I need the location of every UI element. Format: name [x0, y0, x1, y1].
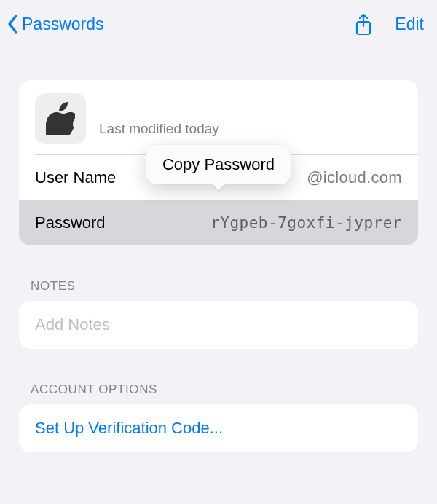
username-label: User Name	[35, 168, 151, 187]
site-icon	[35, 93, 86, 144]
setup-verification-code-button[interactable]: Set Up Verification Code...	[19, 404, 418, 452]
nav-bar: Passwords Edit	[0, 0, 437, 48]
notes-card: Add Notes	[19, 301, 418, 349]
last-modified: Last modified today	[99, 121, 219, 137]
password-row[interactable]: Password rYgpeb-7goxfi-jyprer	[19, 200, 418, 245]
copy-password-popover[interactable]: Copy Password	[146, 145, 291, 184]
nav-actions: Edit	[354, 13, 424, 35]
card-header: Last modified today	[19, 80, 418, 154]
credential-card: Last modified today User Name @icloud.co…	[19, 80, 418, 245]
share-button[interactable]	[354, 13, 374, 35]
copy-password-label: Copy Password	[162, 155, 275, 173]
account-options-header: ACCOUNT OPTIONS	[31, 382, 406, 397]
back-label: Passwords	[22, 15, 103, 34]
back-button[interactable]: Passwords	[6, 13, 103, 35]
password-value: rYgpeb-7goxfi-jyprer	[151, 214, 402, 232]
account-options-card: Set Up Verification Code...	[19, 404, 418, 452]
chevron-left-icon	[6, 13, 20, 35]
edit-button[interactable]: Edit	[395, 15, 424, 34]
add-notes-button[interactable]: Add Notes	[19, 301, 418, 349]
password-label: Password	[35, 213, 151, 232]
notes-header: NOTES	[31, 279, 406, 294]
